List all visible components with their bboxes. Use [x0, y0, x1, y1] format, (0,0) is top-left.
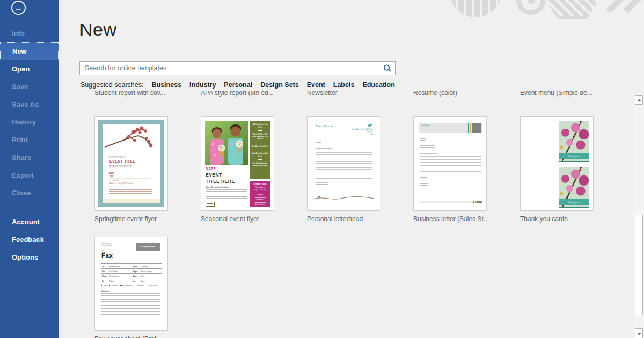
flyer-location: Location: [109, 180, 118, 182]
template-label-personal-letterhead[interactable]: Personal letterhead: [307, 215, 409, 223]
template-label-thank-you-cards[interactable]: Thank you cards: [520, 215, 622, 223]
field-value: Date: [141, 275, 144, 277]
scrollbar-thumb[interactable]: [635, 215, 643, 315]
thank-you-band: thank you: [559, 199, 589, 205]
flyer-event-title: EVENT TITLE: [109, 159, 135, 164]
flyer-divider: [109, 170, 150, 170]
field-value: Fax Number: [109, 270, 118, 273]
company-line: City, ST ZIP Code: [250, 189, 270, 191]
back-arrow-button[interactable]: ←: [11, 1, 26, 15]
thank-you-card-photo: thank you: [559, 167, 589, 208]
template-label-event-menu[interactable]: Event menu (Simple de...: [520, 91, 617, 97]
scroll-up-button[interactable]: [635, 95, 643, 105]
dash-separator: [258, 150, 262, 150]
template-label-springtime-event-flyer[interactable]: Springtime event flyer: [94, 215, 196, 223]
sidebar-nav: Info New Open Save Save As History Print…: [0, 25, 59, 266]
template-thumbnail-fax-cover-sheet[interactable]: Street Address City, ST ZIP Code Phone F…: [94, 237, 168, 331]
letter-header-band: Your Name Address, City, ST ZIP Code Tel…: [419, 123, 482, 133]
fax-paragraph: [101, 305, 160, 309]
thank-you-card-photo: thank you: [559, 121, 589, 162]
checkbox-label: Please Comment: [122, 285, 132, 286]
suggested-term-industry[interactable]: Industry: [189, 81, 216, 89]
card-bottom-strip: [559, 207, 589, 208]
checkbox-item: Urgent: [101, 285, 107, 286]
fax-row: To: Recipient Name From: Your Name: [101, 264, 162, 269]
search-button[interactable]: [382, 63, 393, 73]
template-label-fax-cover-sheet[interactable]: Fax cover sheet (Prof...: [94, 335, 196, 338]
vertical-scrollbar[interactable]: [633, 94, 644, 338]
sidebar-item-feedback[interactable]: Feedback: [0, 231, 59, 248]
suggested-term-business[interactable]: Business: [151, 81, 181, 89]
letter-paragraph: [420, 170, 481, 173]
letter-footer-band: [419, 201, 482, 203]
sidebar-block-1: Add Key Event Info Here!: [250, 123, 270, 128]
flyer-title-line1: EVENT: [206, 172, 222, 178]
up-arrow-icon: [637, 99, 641, 101]
template-thumbnail-springtime-event-flyer[interactable]: EVENT INTRO EVENT TITLE EVENT SUBTITLE D…: [94, 116, 168, 211]
field-value: Subject: [109, 280, 114, 282]
template-label-seasonal-event-flyer[interactable]: Seasonal event flyer: [201, 215, 303, 223]
template-thumbnail-thank-you-cards[interactable]: thank you thank you: [520, 116, 594, 211]
company-line: Date and Time: [250, 204, 270, 205]
flyer-address: Address, City, ST ZIP Code: [109, 182, 133, 185]
thank-you-band: thank you: [559, 153, 589, 159]
template-label-apa-report[interactable]: APA style report (6th ed...: [201, 91, 297, 97]
template-search-box: [79, 61, 396, 75]
orange-stripe-small: [475, 201, 477, 203]
gray-block-small: [477, 201, 482, 203]
fax-comments-label: Comments:: [101, 290, 109, 292]
flyer-teal-frame: EVENT INTRO EVENT TITLE EVENT SUBTITLE D…: [98, 120, 164, 207]
letterhead-contact-lines: Street Address, City, ST ZIP Code Teleph…: [352, 129, 373, 136]
checkbox-label: For Review: [112, 285, 118, 286]
suggested-term-labels[interactable]: Labels: [333, 81, 355, 89]
template-grid: Student report with cov... APA style rep…: [59, 91, 633, 338]
template-thumbnail-personal-letterhead[interactable]: Your Name Street Address, City, ST ZIP C…: [307, 116, 380, 211]
suggested-term-event[interactable]: Event: [307, 81, 325, 89]
cherry-blossom-branch-graphic: [103, 126, 160, 153]
sidebar-item-options[interactable]: Options: [0, 248, 59, 266]
template-label-resume-color[interactable]: Resume (color): [413, 91, 510, 97]
template-label-business-letter[interactable]: Business letter (Sales St...: [413, 215, 515, 223]
flyer-body-text-lines: [206, 189, 247, 200]
template-thumbnail-seasonal-event-flyer[interactable]: Add Key Event Info Here! Don't Be Shy - …: [201, 116, 274, 211]
sidebar-item-open[interactable]: Open: [0, 60, 59, 78]
letter-paragraph: [420, 156, 481, 160]
bird-icon: [367, 123, 373, 127]
flyer-page: EVENT INTRO EVENT TITLE EVENT SUBTITLE D…: [103, 124, 160, 203]
field-label: To:: [102, 266, 104, 268]
letter-date-line: [420, 138, 426, 141]
dash-separator: [258, 159, 262, 160]
template-label-newsletter[interactable]: Newsletter: [307, 91, 404, 97]
checkbox-label: Please Recycle: [149, 285, 157, 286]
letter-paragraph: [316, 167, 372, 174]
checkbox-icon: [120, 285, 122, 286]
letter-contact-line: Telephone Email: [421, 129, 431, 131]
sidebar-item-new[interactable]: New: [0, 42, 59, 60]
fax-row: Fax: Fax Number Pages: Number of pages: [101, 269, 162, 274]
letter-recipient-lines: [420, 144, 435, 149]
letter-paragraph: [420, 162, 481, 167]
checkbox-item: Please Comment: [120, 285, 132, 286]
letter-closing-line: [420, 177, 427, 179]
company-name: COMPANY NAME: [250, 183, 270, 185]
suggested-term-education[interactable]: Education: [362, 81, 394, 89]
template-thumbnail-business-letter[interactable]: Your Name Address, City, ST ZIP Code Tel…: [413, 116, 487, 211]
template-label-student-report[interactable]: Student report with cov...: [94, 91, 191, 97]
backstage-sidebar: ← Info New Open Save Save As History Pri…: [0, 0, 59, 338]
suggested-term-personal[interactable]: Personal: [224, 81, 252, 89]
card-bottom-strip: [559, 161, 589, 162]
teal-stripe-small: [473, 201, 474, 203]
fax-heading: Fax: [101, 252, 113, 259]
sidebar-item-account[interactable]: Account: [0, 213, 59, 231]
field-label: Fax:: [102, 270, 105, 273]
suggested-term-design-sets[interactable]: Design Sets: [260, 81, 299, 89]
flyer-title-line2: TITLE HERE: [206, 179, 235, 184]
word-backstage-new: ← Info New Open Save Save As History Pri…: [0, 0, 644, 338]
fax-paragraph: [101, 311, 160, 317]
search-input[interactable]: [80, 62, 395, 75]
checkbox-icon: [101, 285, 103, 286]
scroll-down-button[interactable]: [635, 328, 643, 338]
letter-date-line: [316, 141, 321, 143]
suggested-label: Suggested searches:: [80, 81, 143, 89]
sidebar-item-save: Save: [0, 78, 59, 95]
